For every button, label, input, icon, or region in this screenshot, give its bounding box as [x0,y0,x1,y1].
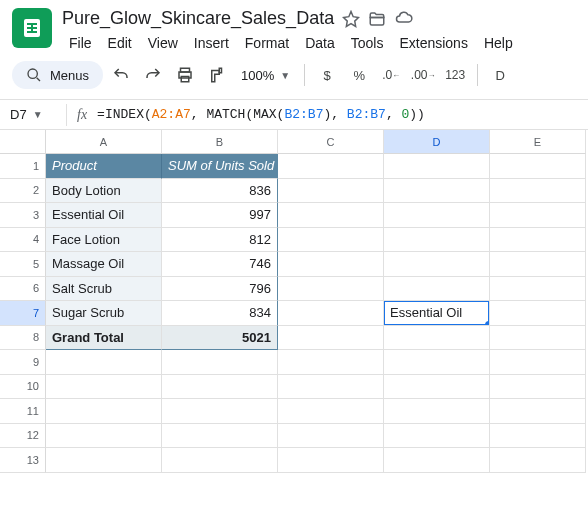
cell[interactable] [384,448,490,473]
font-button[interactable]: D [486,61,514,89]
row-header[interactable]: 12 [0,424,46,449]
row-header[interactable]: 3 [0,203,46,228]
cell[interactable] [278,399,384,424]
col-header[interactable]: E [490,130,586,154]
undo-button[interactable] [107,61,135,89]
row-header[interactable]: 1 [0,154,46,179]
cell[interactable] [46,350,162,375]
cell[interactable] [278,203,384,228]
spreadsheet-grid[interactable]: 1 2 3 4 5 6 7 8 9 10 11 12 13 A B C D E … [0,130,588,473]
cell[interactable] [162,424,278,449]
zoom-select[interactable]: 100% ▼ [235,68,296,83]
cell[interactable] [384,350,490,375]
cell[interactable] [278,350,384,375]
menu-view[interactable]: View [141,31,185,55]
fill-handle[interactable] [485,321,490,326]
increase-decimal-button[interactable]: .00→ [409,61,437,89]
cell[interactable] [384,326,490,351]
menu-help[interactable]: Help [477,31,520,55]
move-icon[interactable] [368,10,386,28]
menu-data[interactable]: Data [298,31,342,55]
cell[interactable]: Sugar Scrub [46,301,162,326]
col-header[interactable]: D [384,130,490,154]
cell[interactable] [490,326,586,351]
currency-button[interactable]: $ [313,61,341,89]
cell[interactable] [490,179,586,204]
cell[interactable] [278,448,384,473]
cell[interactable]: 796 [162,277,278,302]
cell[interactable] [490,203,586,228]
cell[interactable] [46,399,162,424]
cell[interactable]: Massage Oil [46,252,162,277]
cell[interactable]: Product [46,154,162,179]
cell[interactable] [278,424,384,449]
cell[interactable] [278,375,384,400]
cell[interactable] [46,424,162,449]
paint-format-button[interactable] [203,61,231,89]
sheets-logo[interactable] [12,8,52,48]
search-menus[interactable]: Menus [12,61,103,89]
percent-button[interactable]: % [345,61,373,89]
cell[interactable] [490,375,586,400]
cell[interactable] [162,350,278,375]
col-header[interactable]: A [46,130,162,154]
cell[interactable]: SUM of Units Sold [162,154,278,179]
row-header[interactable]: 13 [0,448,46,473]
print-button[interactable] [171,61,199,89]
cell[interactable] [46,375,162,400]
cell[interactable] [384,399,490,424]
cell[interactable] [278,252,384,277]
menu-tools[interactable]: Tools [344,31,391,55]
formula-input[interactable]: =INDEX(A2:A7, MATCH(MAX(B2:B7), B2:B7, 0… [97,107,425,122]
row-header[interactable]: 4 [0,228,46,253]
redo-button[interactable] [139,61,167,89]
row-header[interactable]: 9 [0,350,46,375]
col-header[interactable]: B [162,130,278,154]
cell[interactable]: 836 [162,179,278,204]
row-header[interactable]: 11 [0,399,46,424]
cell[interactable] [278,277,384,302]
menu-extensions[interactable]: Extensions [392,31,474,55]
cell[interactable] [490,154,586,179]
cell[interactable] [384,252,490,277]
cell[interactable] [278,179,384,204]
cell[interactable]: 5021 [162,326,278,351]
cell[interactable]: Grand Total [46,326,162,351]
cell[interactable]: Face Lotion [46,228,162,253]
menu-edit[interactable]: Edit [101,31,139,55]
select-all-corner[interactable] [0,130,46,154]
cell[interactable] [162,375,278,400]
cell[interactable] [384,277,490,302]
doc-title[interactable]: Pure_Glow_Skincare_Sales_Data [62,8,334,29]
cell[interactable] [384,203,490,228]
menu-insert[interactable]: Insert [187,31,236,55]
menu-file[interactable]: File [62,31,99,55]
row-header[interactable]: 5 [0,252,46,277]
cell[interactable] [384,154,490,179]
cell[interactable] [384,179,490,204]
cell[interactable] [162,399,278,424]
cell[interactable] [278,326,384,351]
cell[interactable] [278,228,384,253]
number-format-button[interactable]: 123 [441,61,469,89]
cell[interactable] [384,228,490,253]
cell[interactable]: Body Lotion [46,179,162,204]
row-header[interactable]: 10 [0,375,46,400]
cell[interactable] [278,154,384,179]
cell[interactable] [490,448,586,473]
cell[interactable] [278,301,384,326]
cell[interactable] [46,448,162,473]
cell[interactable]: Essential Oil [46,203,162,228]
cell[interactable] [490,399,586,424]
cell[interactable] [490,424,586,449]
cell[interactable] [490,277,586,302]
cell[interactable] [384,375,490,400]
row-header[interactable]: 6 [0,277,46,302]
cell[interactable] [490,252,586,277]
cell[interactable]: 997 [162,203,278,228]
cell[interactable]: 746 [162,252,278,277]
decrease-decimal-button[interactable]: .0← [377,61,405,89]
cell[interactable]: 834 [162,301,278,326]
cell-active[interactable]: Essential Oil [384,301,490,326]
cell[interactable] [384,424,490,449]
